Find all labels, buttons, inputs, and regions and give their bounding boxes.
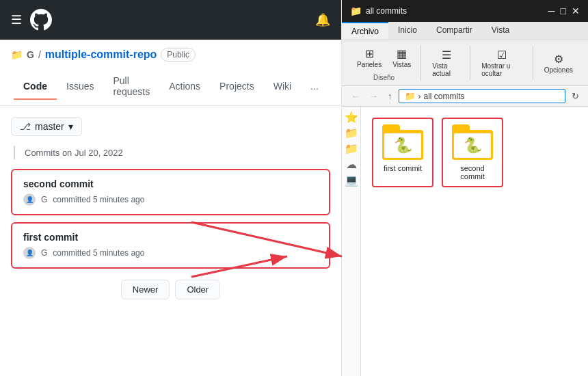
- issues-tab-label: Issues: [66, 81, 94, 92]
- code-tab-label: Code: [23, 81, 47, 92]
- vista-actual-icon: ☰: [442, 49, 451, 62]
- paneles-icon: ⊞: [365, 47, 374, 60]
- sidebar-item-5[interactable]: 💻: [345, 174, 358, 187]
- ribbon-tab-compartir[interactable]: Compartir: [427, 22, 482, 40]
- breadcrumb: 📁 G / multiple-commit-repo Public: [11, 48, 330, 62]
- sidebar-item-4[interactable]: ☁: [346, 158, 357, 171]
- close-button[interactable]: ✕: [572, 5, 580, 16]
- github-panel: ☰ 🔔 📁 G / multiple-commit-repo Public Co…: [0, 0, 342, 376]
- repo-owner: G: [27, 49, 34, 60]
- github-content: ⎇ master ▾ Commits on Jul 20, 2022 secon…: [0, 106, 341, 376]
- branch-icon: ⎇: [20, 121, 31, 132]
- branch-name: master: [35, 121, 64, 132]
- mostrar-icon: ☑: [497, 49, 507, 62]
- sidebar-item-2[interactable]: 📁: [345, 126, 358, 139]
- tab-projects[interactable]: Projects: [210, 74, 264, 100]
- vistas-icon: ▦: [397, 47, 407, 60]
- ribbon-btn-mostrar[interactable]: ☑ Mostrar u ocultar: [477, 46, 527, 80]
- folder-second-commit[interactable]: 🐍 second commit: [442, 118, 503, 187]
- diseno-label: Diseño: [373, 74, 395, 81]
- first-commit-label: first commit: [384, 164, 422, 172]
- ribbon-group-vista-actual: ☰ Vista actual: [423, 46, 470, 80]
- commits-heading-text: Commits on Jul 20, 2022: [25, 148, 123, 158]
- up-button[interactable]: ↑: [384, 90, 396, 103]
- second-commit-label: second commit: [449, 164, 496, 180]
- explorer-panel: 📁 all commits ─ □ ✕ Archivo Inicio Compa…: [342, 0, 588, 376]
- sidebar-star-icon[interactable]: ⭐: [345, 111, 358, 124]
- commit-first-title: first commit: [23, 232, 318, 243]
- hamburger-icon[interactable]: ☰: [11, 12, 22, 27]
- commit-second-title: second commit: [23, 178, 318, 189]
- repo-tabs: Code Issues Pull requests Actions Projec…: [11, 68, 330, 105]
- tab-more[interactable]: ...: [301, 74, 328, 100]
- breadcrumb-slash: /: [38, 49, 41, 60]
- path-arrow: ›: [418, 92, 421, 101]
- pull-requests-tab-label: Pull requests: [113, 75, 150, 97]
- repo-name-link[interactable]: multiple-commit-repo: [45, 49, 157, 61]
- address-bar: ← → ↑ 📁 › all commits ↻: [342, 86, 588, 107]
- ribbon-group-mostrar: ☑ Mostrar u ocultar: [472, 46, 533, 80]
- first-commit-folder-icon: 🐍: [382, 124, 423, 160]
- minimize-button[interactable]: ─: [548, 5, 555, 16]
- back-button[interactable]: ←: [347, 90, 363, 103]
- opciones-icon: ⚙: [554, 53, 563, 66]
- window-controls: ─ □ ✕: [548, 5, 580, 16]
- commit-first-avatar: 👤: [23, 247, 36, 259]
- forward-button[interactable]: →: [366, 90, 382, 103]
- explorer-sidebar: ⭐ 📁 📁 ☁ 💻: [342, 107, 361, 376]
- ribbon-btn-vistas[interactable]: ▦ Vistas: [388, 44, 415, 71]
- tab-code[interactable]: Code: [14, 74, 57, 100]
- second-commit-folder-icon: 🐍: [452, 124, 493, 160]
- older-button[interactable]: Older: [175, 280, 220, 299]
- explorer-main: ⭐ 📁 📁 ☁ 💻 🐍 first commit: [342, 107, 588, 376]
- commits-header: Commits on Jul 20, 2022: [11, 146, 330, 159]
- folder-first-commit[interactable]: 🐍 first commit: [372, 118, 433, 187]
- commit-second-time: committed 5 minutes ago: [53, 195, 144, 204]
- commit-first-time: committed 5 minutes ago: [53, 248, 144, 258]
- ribbon-group-opciones: ⚙ Opciones: [535, 50, 583, 77]
- refresh-button[interactable]: ↻: [568, 90, 583, 103]
- tab-actions[interactable]: Actions: [159, 74, 210, 100]
- python-icon-2: 🐍: [464, 137, 482, 155]
- newer-button[interactable]: Newer: [121, 280, 170, 299]
- ribbon-btn-paneles[interactable]: ⊞ Paneles: [353, 44, 386, 71]
- ribbon-group-diseno: ⊞ Paneles ▦ Vistas Diseño: [347, 44, 421, 81]
- ribbon-tab-archivo[interactable]: Archivo: [342, 22, 388, 40]
- projects-tab-label: Projects: [219, 81, 254, 92]
- sidebar-item-3[interactable]: 📁: [345, 142, 358, 155]
- ribbon-content: ⊞ Paneles ▦ Vistas Diseño ☰ Vista actual: [342, 40, 588, 85]
- folder-overlay-2: 🐍: [454, 133, 491, 158]
- explorer-ribbon: Archivo Inicio Compartir Vista ⊞ Paneles: [342, 22, 588, 86]
- tab-wiki[interactable]: Wiki: [264, 74, 301, 100]
- branch-dropdown-icon: ▾: [68, 121, 73, 132]
- commit-second-avatar: 👤: [23, 193, 36, 206]
- ribbon-btns-opciones: ⚙ Opciones: [540, 50, 577, 77]
- ribbon-tab-vista[interactable]: Vista: [482, 22, 519, 40]
- ribbon-btn-vista-actual[interactable]: ☰ Vista actual: [428, 46, 464, 80]
- maximize-button[interactable]: □: [561, 5, 566, 16]
- commit-second-meta: 👤 G committed 5 minutes ago: [23, 193, 318, 206]
- ribbon-btns-mostrar: ☑ Mostrar u ocultar: [477, 46, 527, 80]
- commit-item-second[interactable]: second commit 👤 G committed 5 minutes ag…: [11, 169, 330, 215]
- commit-item-first[interactable]: first commit 👤 G committed 5 minutes ago: [11, 222, 330, 269]
- commit-second-author: G: [41, 195, 47, 204]
- ribbon-tab-inicio[interactable]: Inicio: [388, 22, 427, 40]
- tab-issues[interactable]: Issues: [57, 74, 103, 100]
- repo-visibility-badge: Public: [161, 48, 196, 62]
- folder-overlay: 🐍: [384, 133, 421, 158]
- files-area: 🐍 first commit 🐍 second commit: [361, 107, 588, 376]
- repo-icon: 📁: [11, 49, 23, 60]
- address-path[interactable]: 📁 › all commits: [399, 89, 566, 103]
- actions-tab-label: Actions: [169, 81, 200, 92]
- ribbon-tabs: Archivo Inicio Compartir Vista: [342, 22, 588, 40]
- wiki-tab-label: Wiki: [273, 81, 291, 92]
- commit-first-author: G: [41, 248, 47, 258]
- pagination: Newer Older: [11, 280, 330, 299]
- github-header: ☰ 🔔: [0, 0, 341, 40]
- tab-pull-requests[interactable]: Pull requests: [103, 68, 159, 105]
- more-tab-label: ...: [310, 81, 319, 92]
- notification-bell-icon[interactable]: 🔔: [315, 12, 330, 27]
- commit-first-meta: 👤 G committed 5 minutes ago: [23, 247, 318, 259]
- ribbon-btn-opciones[interactable]: ⚙ Opciones: [540, 50, 577, 77]
- branch-selector[interactable]: ⎇ master ▾: [11, 117, 82, 136]
